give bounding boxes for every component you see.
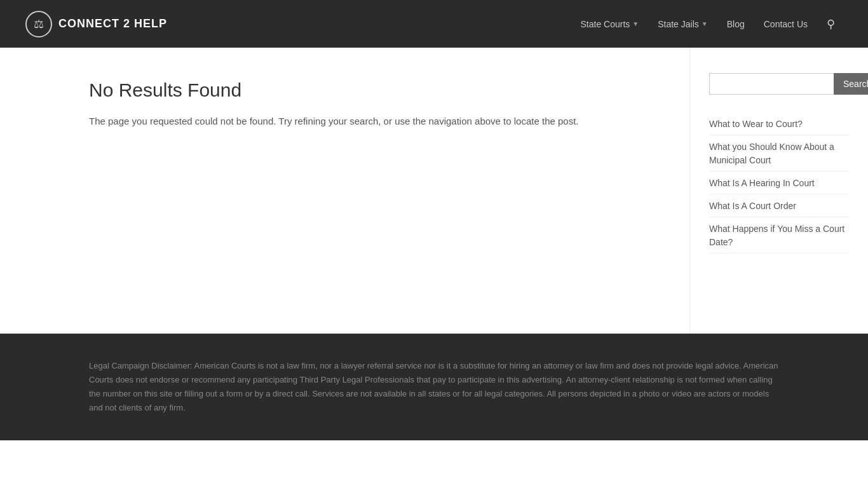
sidebar-link-4[interactable]: What Happens if You Miss a Court Date? (709, 219, 849, 254)
list-item: What Is A Hearing In Court (709, 173, 849, 194)
page-title: No Results Found (89, 79, 658, 101)
site-footer: Legal Campaign Disclaimer: American Cour… (0, 334, 868, 440)
nav-label-state-courts: State Courts (580, 19, 630, 29)
sidebar: Search What to Wear to Court?What you Sh… (690, 48, 868, 334)
nav-item-state-courts[interactable]: State Courts ▼ (573, 14, 646, 34)
logo-link[interactable]: ⚖ CONNECT 2 HELP (25, 11, 167, 37)
page-description: The page you requested could not be foun… (89, 114, 658, 129)
sidebar-link-0[interactable]: What to Wear to Court? (709, 114, 849, 135)
chevron-down-icon: ▼ (632, 20, 639, 27)
chevron-down-icon: ▼ (702, 20, 708, 27)
search-button[interactable]: Search (834, 73, 868, 95)
header-search-button[interactable]: ⚲ (819, 12, 843, 36)
search-input[interactable] (709, 73, 834, 95)
main-container: No Results Found The page you requested … (0, 48, 868, 334)
list-item: What to Wear to Court? (709, 114, 849, 135)
logo-icon: ⚖ (25, 11, 52, 37)
nav-item-state-jails[interactable]: State Jails ▼ (650, 14, 715, 34)
sidebar-link-3[interactable]: What Is A Court Order (709, 196, 849, 217)
logo-text: CONNECT 2 HELP (58, 17, 167, 30)
nav-item-blog[interactable]: Blog (719, 14, 752, 34)
footer-disclaimer: Legal Campaign Disclaimer: American Cour… (89, 359, 779, 415)
nav-label-blog: Blog (727, 19, 745, 29)
sidebar-search-box: Search (709, 73, 849, 95)
sidebar-link-1[interactable]: What you Should Know About a Municipal C… (709, 137, 849, 172)
sidebar-link-2[interactable]: What Is A Hearing In Court (709, 173, 849, 194)
nav-label-contact-us: Contact Us (764, 19, 808, 29)
nav-label-state-jails: State Jails (658, 19, 699, 29)
list-item: What Is A Court Order (709, 196, 849, 217)
nav-item-contact-us[interactable]: Contact Us (756, 14, 815, 34)
content-area: No Results Found The page you requested … (0, 48, 690, 334)
list-item: What you Should Know About a Municipal C… (709, 137, 849, 172)
main-nav: State Courts ▼ State Jails ▼ Blog Contac… (573, 12, 843, 36)
list-item: What Happens if You Miss a Court Date? (709, 219, 849, 254)
sidebar-links-list: What to Wear to Court?What you Should Kn… (709, 114, 849, 254)
site-header: ⚖ CONNECT 2 HELP State Courts ▼ State Ja… (0, 0, 868, 48)
